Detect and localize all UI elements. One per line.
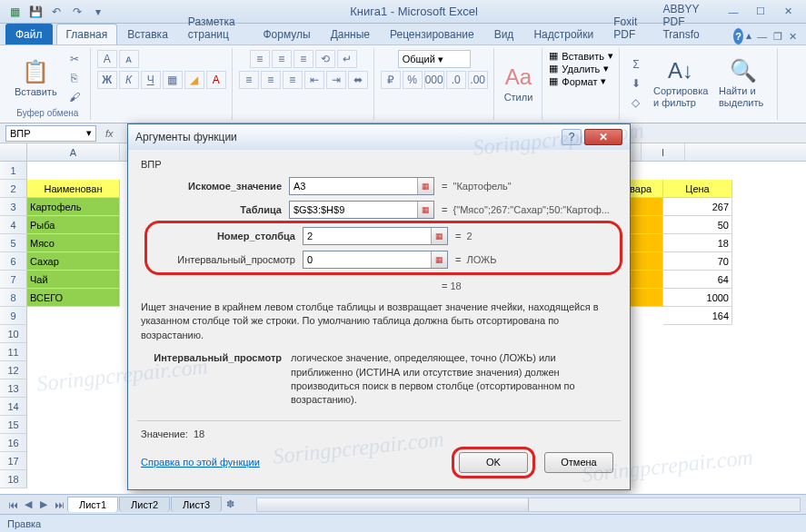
tab-addins[interactable]: Надстройки [523,24,603,44]
cell-h5[interactable]: 18 [663,234,732,252]
sheet-tab-1[interactable]: Лист1 [67,497,118,512]
horizontal-scrollbar[interactable] [256,498,801,512]
font-size-up-icon[interactable]: A [97,50,117,68]
cell-a8[interactable]: ВСЕГО [27,289,120,307]
italic-icon[interactable]: К [119,71,139,89]
ok-button[interactable]: OK [459,452,528,473]
col-header[interactable]: A [27,143,120,161]
cell-a3[interactable]: Картофель [27,198,120,216]
orientation-icon[interactable]: ⟲ [315,50,335,68]
merge-icon[interactable]: ⬌ [348,71,368,89]
cell-h4[interactable]: 50 [663,216,732,234]
currency-icon[interactable]: ₽ [381,71,401,89]
fx-icon[interactable]: fx [102,128,117,139]
cell-a4[interactable]: Рыба [27,216,120,234]
cut-icon[interactable]: ✂ [65,50,85,68]
select-all-corner[interactable] [0,143,27,161]
arg-lookup-input[interactable] [289,177,434,195]
sheet-nav-prev-icon[interactable]: ◀ [21,498,35,512]
arg-col-input[interactable] [303,227,448,245]
bold-icon[interactable]: Ж [97,71,117,89]
doc-minimize-icon[interactable]: — [754,28,770,44]
row-header[interactable]: 7 [0,271,27,289]
tab-formulas[interactable]: Формулы [253,24,320,44]
qat-dropdown-icon[interactable]: ▾ [89,3,107,21]
row-header[interactable]: 18 [0,470,27,488]
help-icon[interactable]: ? [733,28,743,44]
row-header[interactable]: 12 [0,361,27,379]
sheet-nav-first-icon[interactable]: ⏮ [5,498,20,512]
row-header[interactable]: 3 [0,198,27,216]
scroll-thumb[interactable] [257,498,528,511]
align-right-icon[interactable]: ≡ [283,71,303,89]
row-header[interactable]: 11 [0,343,27,361]
row-header[interactable]: 9 [0,307,27,325]
delete-cells-button[interactable]: ▦ Удалить ▾ [549,63,609,74]
dialog-titlebar[interactable]: Аргументы функции ? ✕ [128,124,630,150]
font-color-icon[interactable]: A [206,71,226,89]
inc-decimal-icon[interactable]: .0 [446,71,466,89]
sort-filter-button[interactable]: A↓Сортировка и фильтр [650,56,711,109]
indent-left-icon[interactable]: ⇤ [304,71,324,89]
range-select-icon[interactable]: ▦ [431,251,447,268]
number-format-select[interactable]: Общий ▾ [398,50,471,68]
cell-h3[interactable]: 267 [663,198,732,216]
align-bottom-icon[interactable]: ≡ [294,50,313,68]
save-icon[interactable]: 💾 [26,3,45,21]
comma-icon[interactable]: 000 [424,71,444,89]
tab-view[interactable]: Вид [484,24,524,44]
autosum-icon[interactable]: Σ [626,55,646,74]
tab-layout[interactable]: Разметка страниц [178,11,254,44]
align-top-icon[interactable]: ≡ [250,50,270,68]
align-left-icon[interactable]: ≡ [239,71,259,89]
row-header[interactable]: 8 [0,289,27,307]
clear-icon[interactable]: ◇ [626,94,646,112]
row-header[interactable]: 13 [0,379,27,398]
arg-range-input[interactable] [303,251,448,269]
tab-file[interactable]: Файл [5,24,53,44]
cell-a6[interactable]: Сахар [27,252,120,271]
cell-h2[interactable]: Цена [663,180,732,198]
row-header[interactable]: 2 [0,180,27,198]
doc-restore-icon[interactable]: ❐ [770,28,785,44]
redo-icon[interactable]: ↷ [68,3,86,21]
sheet-tab-3[interactable]: Лист3 [171,497,222,512]
cell-h7[interactable]: 64 [663,271,732,289]
cell-h8[interactable]: 1000 [663,289,732,307]
align-center-icon[interactable]: ≡ [261,71,281,89]
new-sheet-icon[interactable]: ✽ [223,498,237,512]
font-size-down-icon[interactable]: ᴀ [119,50,139,68]
dec-decimal-icon[interactable]: .00 [468,71,488,89]
row-header[interactable]: 16 [0,434,27,452]
ribbon-minimize-icon[interactable]: ▴ [743,26,754,44]
fill-icon[interactable]: ⬇ [626,74,646,93]
close-icon[interactable]: ✕ [775,4,801,20]
percent-icon[interactable]: % [403,71,423,89]
range-select-icon[interactable]: ▦ [417,202,433,218]
cell-a7[interactable]: Чай [27,271,120,289]
paste-button[interactable]: 📋Вставить [11,57,61,99]
wrap-text-icon[interactable]: ↵ [337,50,357,68]
row-header[interactable]: 15 [0,416,27,434]
format-painter-icon[interactable]: 🖌 [65,88,85,106]
row-header[interactable]: 1 [0,162,27,180]
tab-insert[interactable]: Вставка [117,24,178,44]
copy-icon[interactable]: ⎘ [65,69,85,87]
sheet-nav-next-icon[interactable]: ▶ [36,498,51,512]
format-cells-button[interactable]: ▦ Формат ▾ [549,75,606,87]
dialog-help-icon[interactable]: ? [562,129,582,145]
range-select-icon[interactable]: ▦ [417,178,433,194]
cell-a5[interactable]: Мясо [27,234,120,252]
styles-button[interactable]: AaСтили [501,63,537,104]
sheet-nav-last-icon[interactable]: ⏭ [52,498,66,512]
find-select-button[interactable]: 🔍Найти и выделить [715,56,771,109]
cell-h9[interactable]: 164 [663,307,732,325]
row-header[interactable]: 17 [0,452,27,470]
row-header[interactable]: 14 [0,398,27,416]
sheet-tab-2[interactable]: Лист2 [119,497,170,512]
maximize-icon[interactable]: ☐ [748,4,773,20]
tab-data[interactable]: Данные [321,24,380,44]
fill-color-icon[interactable]: ◢ [184,71,204,89]
row-header[interactable]: 6 [0,252,27,271]
indent-right-icon[interactable]: ⇥ [326,71,346,89]
